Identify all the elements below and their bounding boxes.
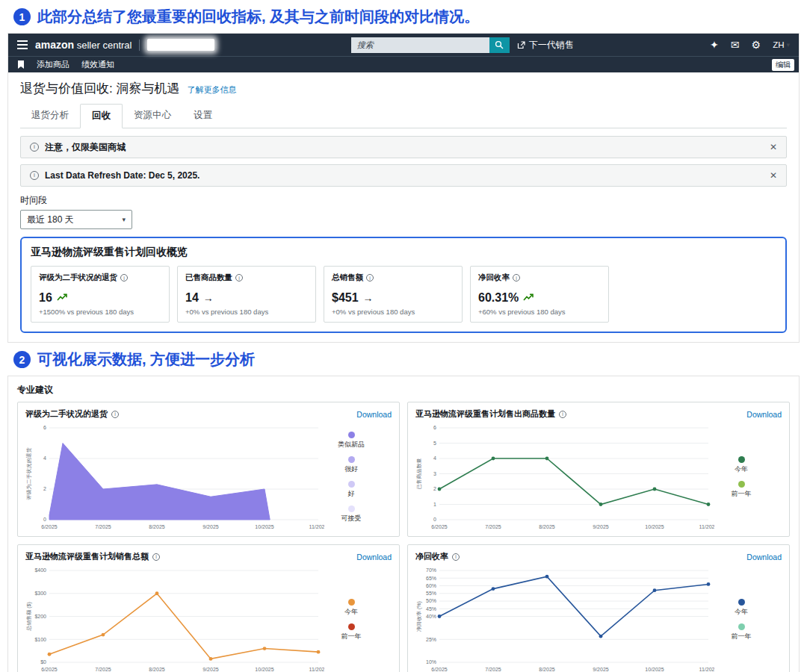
metric-label: 总销售额	[332, 273, 363, 283]
chart-title: 评级为二手状况的退货	[25, 408, 108, 420]
annotation-step-2-text: 可视化展示数据, 方便进一步分析	[37, 349, 255, 370]
legend-dot-icon	[738, 481, 745, 488]
svg-text:7/2025: 7/2025	[95, 667, 111, 672]
svg-text:7/2025: 7/2025	[485, 524, 501, 529]
download-link[interactable]: Download	[356, 553, 392, 561]
svg-text:1: 1	[433, 502, 436, 507]
metric-card-total-sales: 总销售额 i $451 → +0% vs previous 180 days	[324, 266, 463, 323]
svg-text:9/2025: 9/2025	[202, 524, 219, 529]
info-icon[interactable]: i	[513, 274, 520, 281]
legend-item: 今年	[735, 456, 748, 474]
close-icon[interactable]: ✕	[770, 142, 777, 152]
alert-text: 注意，仅限美国商城	[45, 141, 126, 154]
sparkle-icon[interactable]: ✦	[710, 40, 719, 50]
svg-text:55%: 55%	[426, 591, 436, 596]
svg-text:10%: 10%	[426, 659, 436, 665]
nav-performance-notifications[interactable]: 绩效通知	[81, 59, 114, 70]
download-link[interactable]: Download	[746, 410, 782, 419]
nav-add-product[interactable]: 添加商品	[37, 59, 69, 70]
alert-banner-data-refresh: i Last Data Refresh Date: Dec 5, 2025. ✕	[20, 164, 787, 187]
chart-card-total-sales: 亚马逊物流评级重售计划销售总额 i Download $0$100$200$30…	[17, 544, 400, 672]
svg-text:6: 6	[43, 425, 46, 430]
chart-card-units-sold: 亚马逊物流评级重售计划售出商品数量 i Download 01234566/20…	[407, 402, 790, 537]
secondary-navbar: 添加商品 绩效通知 编辑	[8, 56, 799, 72]
divider	[139, 40, 140, 51]
svg-text:8/2025: 8/2025	[149, 667, 165, 672]
svg-text:6: 6	[433, 425, 436, 430]
gear-icon[interactable]: ⚙	[752, 40, 761, 50]
annotation-step-1-text: 此部分总结了您最重要的回收指标, 及其与之前时间段的对比情况。	[37, 7, 479, 27]
page-title: 退货与价值回收: 洞察与机遇	[20, 80, 179, 97]
legend-item: 很好	[344, 456, 358, 474]
svg-text:5: 5	[433, 441, 436, 446]
legend-item: 今年	[735, 599, 748, 617]
svg-text:11/2025: 11/2025	[309, 667, 324, 672]
tab-recovery[interactable]: 回收	[80, 104, 123, 128]
info-icon[interactable]: i	[111, 411, 119, 418]
svg-text:10/2025: 10/2025	[255, 524, 273, 529]
legend-dot-icon	[348, 623, 355, 630]
svg-text:65%: 65%	[426, 576, 436, 581]
chart-title: 亚马逊物流评级重售计划售出商品数量	[415, 408, 555, 420]
svg-text:6/2025: 6/2025	[431, 524, 448, 529]
language-selector[interactable]: ZH ▾	[773, 40, 790, 49]
search-bar	[351, 37, 510, 53]
svg-text:$300: $300	[34, 591, 46, 596]
legend-label: 可接受	[341, 514, 362, 523]
legend-dot-icon	[738, 599, 745, 606]
legend-item: 前一年	[732, 481, 752, 499]
info-icon[interactable]: i	[152, 553, 160, 561]
time-period-value: 最近 180 天	[27, 214, 74, 226]
external-link-icon	[517, 41, 525, 49]
legend-label: 好	[348, 489, 355, 499]
svg-text:9/2025: 9/2025	[202, 667, 219, 672]
search-input[interactable]	[351, 37, 489, 53]
graded-returns-area-chart: 02466/20257/20258/20259/202510/202511/20…	[25, 423, 324, 532]
legend-item: 前一年	[732, 623, 752, 641]
tab-resource-center[interactable]: 资源中心	[123, 104, 182, 128]
learn-more-link[interactable]: 了解更多信息	[187, 84, 236, 96]
alert-banner-us-marketplace: i 注意，仅限美国商城 ✕	[20, 136, 787, 158]
hamburger-menu-icon[interactable]	[17, 40, 28, 49]
next-gen-selling-link[interactable]: 下一代销售	[517, 39, 574, 52]
legend-item: 可接受	[341, 505, 362, 523]
metric-label: 评级为二手状况的退货	[39, 273, 117, 283]
svg-text:4: 4	[433, 455, 436, 461]
trend-up-icon	[57, 291, 68, 305]
download-link[interactable]: Download	[746, 553, 782, 561]
legend-item: 今年	[344, 599, 358, 617]
svg-text:10/2025: 10/2025	[645, 524, 664, 529]
chart-legend: 今年前一年	[324, 599, 378, 641]
chart-legend: 今年前一年	[714, 599, 768, 641]
chevron-down-icon: ▾	[122, 216, 126, 223]
amazon-seller-central-logo[interactable]: amazon seller central	[35, 39, 132, 51]
close-icon[interactable]: ✕	[770, 170, 777, 181]
info-icon[interactable]: i	[559, 411, 566, 418]
svg-text:$200: $200	[34, 614, 46, 619]
chart-legend: 今年前一年	[714, 456, 768, 499]
legend-dot-icon	[348, 432, 355, 438]
svg-text:2: 2	[433, 486, 436, 491]
time-period-select[interactable]: 最近 180 天 ▾	[20, 210, 132, 229]
section-header: 专业建议	[17, 384, 790, 396]
chart-title: 亚马逊物流评级重售计划销售总额	[25, 551, 149, 562]
bookmark-icon[interactable]	[17, 60, 25, 69]
svg-text:6/2025: 6/2025	[431, 667, 448, 672]
mail-icon[interactable]: ✉	[731, 40, 740, 50]
tabs: 退货分析 回收 资源中心 设置	[20, 104, 787, 128]
svg-text:8/2025: 8/2025	[539, 524, 555, 529]
download-link[interactable]: Download	[356, 410, 392, 419]
info-icon[interactable]: i	[452, 553, 460, 561]
tab-returns-analysis[interactable]: 退货分析	[20, 104, 80, 128]
logo-amazon: amazon	[35, 39, 74, 51]
info-icon[interactable]: i	[366, 274, 374, 281]
charts-screenshot: 专业建议 评级为二手状况的退货 i Download 02466/20257/2…	[7, 376, 800, 672]
search-button[interactable]	[489, 37, 510, 53]
svg-text:0: 0	[433, 517, 436, 522]
info-icon[interactable]: i	[120, 274, 128, 281]
edit-button[interactable]: 编辑	[772, 59, 794, 71]
svg-text:25%: 25%	[426, 637, 436, 642]
tab-settings[interactable]: 设置	[182, 104, 223, 128]
info-icon[interactable]: i	[235, 274, 243, 281]
svg-text:总销售额 ($): 总销售额 ($)	[26, 602, 32, 632]
